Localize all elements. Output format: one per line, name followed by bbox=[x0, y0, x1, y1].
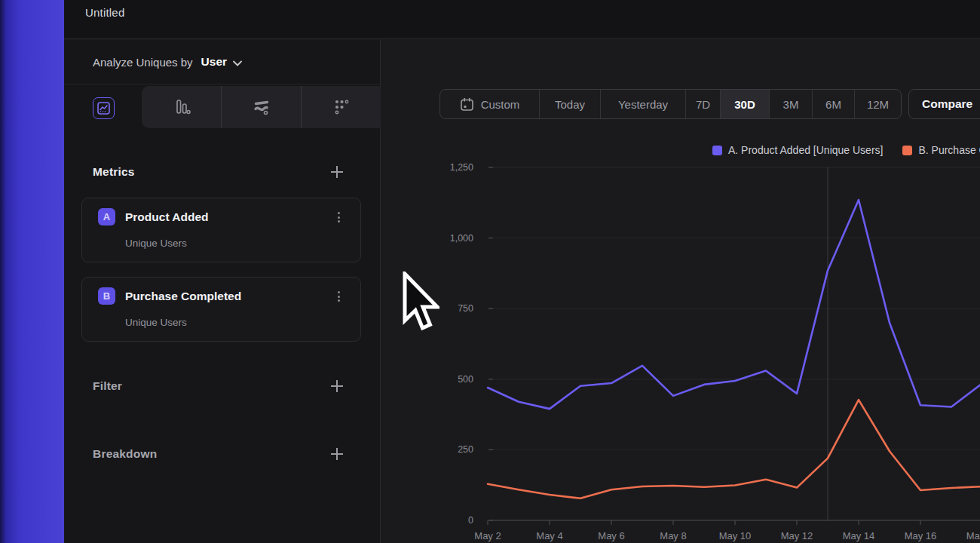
metric-measure[interactable]: Unique Users bbox=[125, 238, 187, 249]
query-sidebar: Analyze Uniques by User bbox=[64, 40, 381, 543]
analyze-label: Analyze Uniques by bbox=[93, 56, 193, 69]
series-line bbox=[488, 200, 980, 409]
metric-name: Product Added bbox=[125, 210, 209, 224]
app-window: Untitled Analyze Uniques by User bbox=[0, 0, 980, 543]
series-line bbox=[488, 400, 980, 499]
tab-stream-chart[interactable] bbox=[221, 86, 301, 128]
add-breakdown-button[interactable] bbox=[331, 448, 343, 460]
add-filter-button[interactable] bbox=[331, 380, 343, 392]
metric-badge-a: A bbox=[98, 208, 115, 225]
metrics-label: Metrics bbox=[93, 165, 135, 179]
analyze-by-dropdown[interactable]: User bbox=[201, 55, 227, 69]
top-bar: Untitled bbox=[64, 0, 980, 39]
metric-card-a[interactable]: A Product Added Unique Users bbox=[81, 198, 361, 262]
line-chart-icon bbox=[97, 102, 110, 115]
bar-chart-icon bbox=[172, 97, 191, 117]
funnel-dots-icon bbox=[332, 97, 351, 117]
metric-name: Purchase Completed bbox=[125, 290, 241, 303]
breakdown-section-header: Breakdown bbox=[93, 447, 343, 461]
line-chart bbox=[381, 40, 980, 543]
tab-bar-chart[interactable] bbox=[142, 86, 221, 128]
analyze-row: Analyze Uniques by User bbox=[64, 40, 380, 84]
tab-line-chart[interactable] bbox=[93, 97, 115, 119]
mouse-cursor bbox=[402, 272, 439, 333]
chart-type-tab-group bbox=[142, 86, 381, 128]
metric-options-button[interactable] bbox=[333, 288, 344, 305]
chevron-down-icon bbox=[233, 60, 242, 66]
document-title[interactable]: Untitled bbox=[85, 6, 124, 19]
filter-section-header: Filter bbox=[93, 379, 343, 393]
breakdown-label: Breakdown bbox=[93, 447, 157, 461]
stream-chart-icon bbox=[251, 97, 272, 118]
tab-funnel-dots[interactable] bbox=[301, 86, 381, 128]
metric-badge-b: B bbox=[98, 287, 115, 305]
chart-panel: CustomTodayYesterday7D30D3M6M12M Compare… bbox=[381, 40, 980, 543]
metric-options-button[interactable] bbox=[333, 209, 344, 225]
filter-label: Filter bbox=[93, 379, 122, 393]
metrics-section-header: Metrics bbox=[93, 165, 343, 179]
left-nav-strip bbox=[0, 0, 64, 543]
add-metric-button[interactable] bbox=[331, 166, 343, 178]
metric-card-b[interactable]: B Purchase Completed Unique Users bbox=[81, 277, 361, 342]
metric-measure[interactable]: Unique Users bbox=[125, 317, 187, 328]
